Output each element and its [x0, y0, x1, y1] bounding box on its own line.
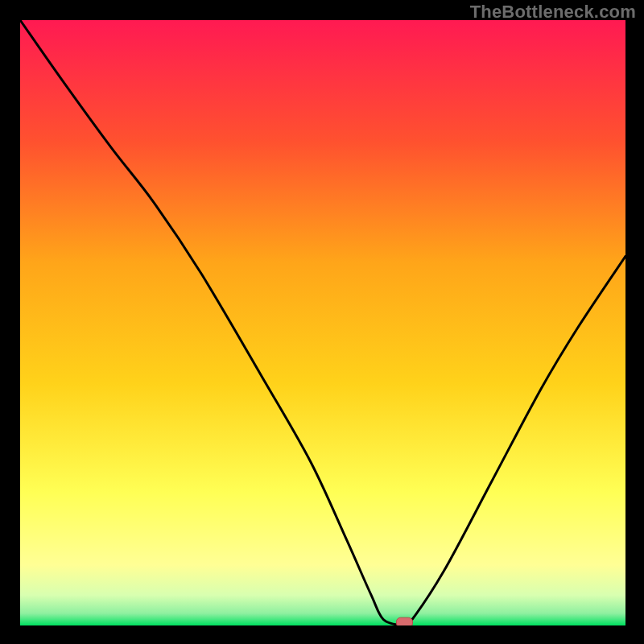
- optimal-marker: [397, 617, 413, 625]
- gradient-background: [20, 20, 625, 625]
- plot-area: [20, 20, 625, 625]
- plot-svg: [20, 20, 625, 625]
- chart-container: TheBottleneck.com: [0, 0, 644, 644]
